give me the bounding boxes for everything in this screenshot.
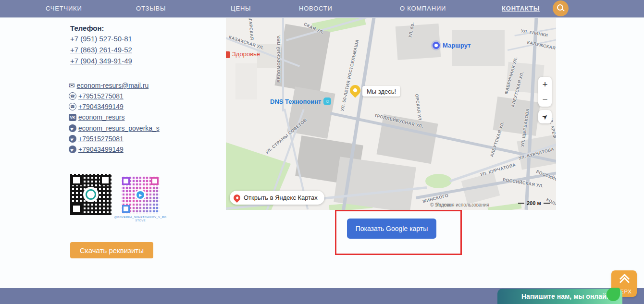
qr-finder [71, 175, 82, 185]
open-yandex-maps-button[interactable]: Открыть в Яндекс Картах [230, 191, 324, 205]
route-poi[interactable]: Маршрут [433, 42, 471, 49]
email-row: ✉ econom-resurs@mail.ru [69, 81, 149, 90]
search-button[interactable] [553, 0, 569, 16]
telegram-icon: ▶ [69, 135, 76, 143]
map-park [488, 203, 522, 210]
phone-heading: Телефон: [70, 24, 104, 32]
show-google-maps-button[interactable]: Показать Google карты [347, 219, 436, 239]
route-label: Маршрут [443, 42, 471, 49]
qr-finder [71, 204, 82, 214]
map-scale-value: 200 м [527, 200, 541, 206]
street-label: ИГАРСКАЯ [248, 18, 254, 40]
nav-item-kontakty-active[interactable]: КОНТАКТЫ [502, 5, 540, 12]
dns-poi-icon: ☺ [323, 97, 331, 105]
telegram-logo-icon: ▶ [135, 190, 146, 200]
street-label: КАЗАХСКАЯ УЛ. [228, 35, 265, 50]
qr-finder [100, 175, 111, 185]
street-label: УЛ. 50-ЛЕТИЯ РОСТСЕЛЬМАША [340, 39, 359, 111]
zdorovye-poi-label: Здоровье [232, 50, 260, 58]
terms-of-use-link[interactable]: Условия использования [436, 202, 489, 207]
chat-avatar-dot [607, 288, 620, 301]
map-park [425, 174, 452, 188]
telegram-icon: ▶ [69, 124, 76, 132]
here-label: Мы здесь! [362, 86, 400, 97]
vk-link[interactable]: econom_resurs [78, 113, 125, 121]
telegram-link-3[interactable]: +79043499149 [78, 146, 124, 153]
contacts-page: СЧЕТЧИКИ ОТЗЫВЫ ЦЕНЫ НОВОСТИ О КОМПАНИИ … [0, 0, 644, 304]
email-link[interactable]: econom-resurs@mail.ru [77, 82, 149, 89]
geolocation-button[interactable]: ➤ [538, 110, 552, 123]
whatsapp-icon: ☎ [69, 103, 76, 110]
telegram-icon: ▶ [69, 146, 76, 153]
dns-poi-label: DNS Технопоинт [270, 98, 321, 105]
phone-link-1[interactable]: +7 (951) 527-50-81 [70, 35, 132, 43]
qr-finder [122, 205, 130, 213]
zdorovye-poi-icon [226, 51, 230, 58]
chat-widget[interactable]: Напишите нам, мы онлайн! [497, 289, 622, 304]
map-zoom-panel: + − [538, 77, 552, 107]
whatsapp-link-1[interactable]: +79515275081 [78, 92, 124, 100]
qr-finder [122, 177, 130, 185]
whatsapp-qr-code [70, 174, 111, 215]
open-yandex-maps-label: Открыть в Яндекс Картах [244, 194, 318, 201]
zoom-in-button[interactable]: + [538, 77, 552, 92]
map-building [235, 63, 257, 99]
telegram-row-1: ▶ econom_resurs_poverka_s [69, 123, 160, 133]
whatsapp-logo-icon [84, 188, 98, 201]
dns-poi: DNS Технопоинт ☺ [270, 97, 331, 105]
telegram-row-3: ▶ +79043499149 [69, 145, 124, 154]
whatsapp-row-1: ☎ +79515275081 [69, 91, 124, 101]
telegram-row-2: ▶ +79515275081 [69, 134, 124, 144]
telegram-qr-code: ▶ [121, 176, 160, 214]
yandex-pin-icon [232, 193, 242, 203]
whatsapp-link-2[interactable]: +79043499149 [78, 103, 124, 110]
email-icon: ✉ [69, 81, 75, 90]
nav-item-novosti[interactable]: НОВОСТИ [299, 5, 333, 12]
phone-link-3[interactable]: +7 (904) 349-91-49 [70, 57, 132, 65]
top-navbar: СЧЕТЧИКИ ОТЗЫВЫ ЦЕНЫ НОВОСТИ О КОМПАНИИ … [0, 0, 644, 17]
chat-online-message: Напишите нам, мы онлайн! [521, 292, 613, 300]
qr-finder [151, 177, 159, 185]
phone-link-2[interactable]: +7 (863) 261-49-52 [70, 46, 132, 54]
map-scale: 200 м [518, 200, 550, 206]
vk-row: VK econom_resurs [69, 112, 125, 122]
nav-item-otzyvy[interactable]: ОТЗЫВЫ [136, 5, 166, 12]
geolocation-arrow-icon: ➤ [540, 112, 549, 122]
nav-item-schetchiki[interactable]: СЧЕТЧИКИ [46, 5, 82, 12]
nav-item-o-kompanii[interactable]: О КОМПАНИИ [400, 5, 446, 12]
search-icon [557, 4, 563, 11]
street-label: БЕЛОМОРСКИЙ ПЕР. [276, 35, 281, 83]
telegram-link-2[interactable]: +79515275081 [78, 135, 124, 143]
download-requisites-button[interactable]: Скачать реквизиты [70, 242, 153, 258]
zoom-out-button[interactable]: − [538, 92, 552, 107]
yandex-map[interactable]: ИГАРСКАЯ КАЗАХСКАЯ УЛ. БЕЛОМОРСКИЙ ПЕР. … [226, 18, 556, 210]
whatsapp-row-2: ☎ +79043499149 [69, 102, 124, 111]
route-icon [433, 42, 440, 49]
telegram-qr-caption: @POVERKA_SCHETCHIKOV_V_ROSTOVE [113, 216, 167, 222]
telegram-link-1[interactable]: econom_resurs_poverka_s [78, 124, 160, 132]
street-label: ОРСКАЯ УЛ. [414, 94, 422, 122]
vk-icon: VK [69, 114, 76, 121]
whatsapp-icon: ☎ [69, 92, 76, 100]
nav-item-tseny[interactable]: ЦЕНЫ [231, 5, 251, 12]
